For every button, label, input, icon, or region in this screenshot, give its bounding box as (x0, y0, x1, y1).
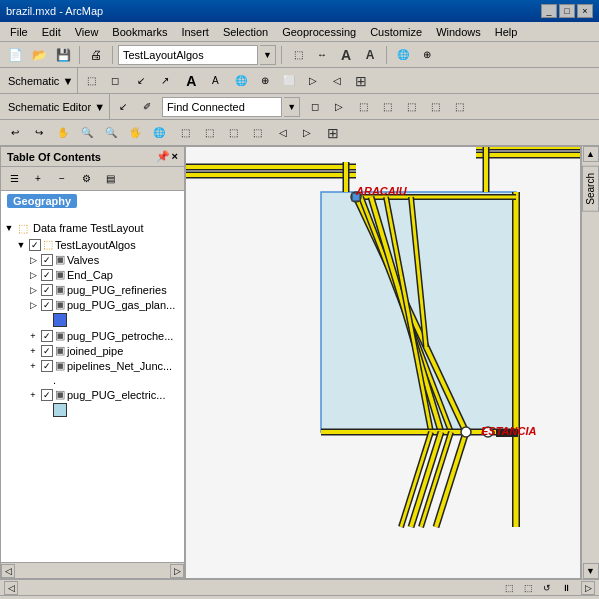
map-scroll-left[interactable]: ◁ (4, 581, 18, 595)
edit-btn9[interactable]: ⬚ (448, 97, 470, 117)
layer2-expander[interactable]: ▷ (27, 269, 39, 281)
sch-btn4[interactable]: ↗ (154, 71, 176, 91)
layer5-expander[interactable]: + (27, 330, 39, 342)
layer0-expander[interactable]: ▼ (15, 239, 27, 251)
sch-btn2[interactable]: ◻ (104, 71, 126, 91)
edit-btn4[interactable]: ▷ (328, 97, 350, 117)
layer6-expander[interactable]: + (27, 345, 39, 357)
close-button[interactable]: × (577, 4, 593, 18)
toc-scroll-right[interactable]: ▷ (170, 564, 184, 578)
sch-btn3[interactable]: ↙ (130, 71, 152, 91)
sch-btn10[interactable]: ▷ (302, 71, 324, 91)
layer-electric[interactable]: + ✓ ▣ pug_PUG_electric... (1, 387, 184, 402)
layer0-checkbox[interactable]: ✓ (29, 239, 41, 251)
nav-btn3[interactable]: ✋ (52, 123, 74, 143)
nav-btn5[interactable]: 🔍 (100, 123, 122, 143)
layer-joinedpipe[interactable]: + ✓ ▣ joined_pipe (1, 343, 184, 358)
search-tab[interactable]: Search (582, 166, 599, 212)
sch-btn12[interactable]: ⊞ (350, 71, 372, 91)
bottom-icon2[interactable]: ⬚ (520, 581, 536, 595)
nav-btn12[interactable]: ◁ (272, 123, 294, 143)
find-connected-dropdown[interactable]: Find Connected (162, 97, 282, 117)
nav-btn10[interactable]: ⬚ (222, 123, 244, 143)
toc-remove-btn[interactable]: − (51, 169, 73, 189)
layer7-checkbox[interactable]: ✓ (41, 360, 53, 372)
menu-customize[interactable]: Customize (364, 24, 428, 40)
edit-btn2[interactable]: ✐ (136, 97, 158, 117)
toc-list-btn[interactable]: ☰ (3, 169, 25, 189)
toc-dataframe[interactable]: ▼ ⬚ Data frame TestLayout (1, 219, 184, 237)
toc-props-btn[interactable]: ⚙ (75, 169, 97, 189)
bottom-icon3[interactable]: ↺ (539, 581, 555, 595)
layer9-expander[interactable]: + (27, 389, 39, 401)
toc-close-icon[interactable]: × (172, 150, 178, 163)
tb-btn1[interactable]: ⬚ (287, 45, 309, 65)
nav-btn11[interactable]: ⬚ (246, 123, 268, 143)
toc-pin-icon[interactable]: 📌 (156, 150, 170, 163)
nav-btn6[interactable]: 🖐 (124, 123, 146, 143)
layer5-checkbox[interactable]: ✓ (41, 330, 53, 342)
minimize-button[interactable]: _ (541, 4, 557, 18)
scroll-down-button[interactable]: ▼ (583, 563, 599, 579)
nav-btn2[interactable]: ↪ (28, 123, 50, 143)
menu-insert[interactable]: Insert (175, 24, 215, 40)
bottom-icon1[interactable]: ⬚ (501, 581, 517, 595)
tb-btn5[interactable]: 🌐 (392, 45, 414, 65)
window-controls[interactable]: _ □ × (541, 4, 593, 18)
toc-geography[interactable]: Geography (1, 191, 184, 211)
layer-valves[interactable]: ▷ ✓ ▣ Valves (1, 252, 184, 267)
schematic-editor-dropdown[interactable]: Schematic Editor ▼ (4, 94, 110, 119)
tb-btn4[interactable]: A (359, 45, 381, 65)
layer4-expander[interactable]: ▷ (27, 299, 39, 311)
find-connected-arrow[interactable]: ▼ (284, 97, 300, 117)
layer7-expander[interactable]: + (27, 360, 39, 372)
nav-btn9[interactable]: ⬚ (198, 123, 220, 143)
layer6-checkbox[interactable]: ✓ (41, 345, 53, 357)
menu-geoprocessing[interactable]: Geoprocessing (276, 24, 362, 40)
sch-btn5[interactable]: A (180, 71, 202, 91)
menu-bookmarks[interactable]: Bookmarks (106, 24, 173, 40)
sch-btn7[interactable]: 🌐 (230, 71, 252, 91)
layer-testlayoutalgos[interactable]: ▼ ✓ ⬚ TestLayoutAlgos (1, 237, 184, 252)
nav-btn7[interactable]: 🌐 (148, 123, 170, 143)
layer-gasplan[interactable]: ▷ ✓ ▣ pug_PUG_gas_plan... (1, 297, 184, 312)
layer4-checkbox[interactable]: ✓ (41, 299, 53, 311)
layer9-checkbox[interactable]: ✓ (41, 389, 53, 401)
menu-file[interactable]: File (4, 24, 34, 40)
toc-options-btn[interactable]: ▤ (99, 169, 121, 189)
tb-btn3[interactable]: A (335, 45, 357, 65)
layer2-checkbox[interactable]: ✓ (41, 269, 53, 281)
layer3-expander[interactable]: ▷ (27, 284, 39, 296)
edit-btn5[interactable]: ⬚ (352, 97, 374, 117)
toc-content[interactable]: Geography ▼ ⬚ Data frame TestLayout ▼ ✓ … (1, 191, 184, 562)
edit-btn3[interactable]: ◻ (304, 97, 326, 117)
layer3-checkbox[interactable]: ✓ (41, 284, 53, 296)
tb-btn6[interactable]: ⊕ (416, 45, 438, 65)
scroll-up-button[interactable]: ▲ (583, 146, 599, 162)
save-button[interactable]: 💾 (52, 45, 74, 65)
sch-btn8[interactable]: ⊕ (254, 71, 276, 91)
menu-windows[interactable]: Windows (430, 24, 487, 40)
print-button[interactable]: 🖨 (85, 45, 107, 65)
toc-scroll-left[interactable]: ◁ (1, 564, 15, 578)
menu-help[interactable]: Help (489, 24, 524, 40)
sch-btn6[interactable]: A (204, 71, 226, 91)
nav-btn1[interactable]: ↩ (4, 123, 26, 143)
layout-dropdown-arrow[interactable]: ▼ (260, 45, 276, 65)
edit-btn7[interactable]: ⬚ (400, 97, 422, 117)
new-button[interactable]: 📄 (4, 45, 26, 65)
sch-btn9[interactable]: ⬜ (278, 71, 300, 91)
layer-endcap[interactable]: ▷ ✓ ▣ End_Cap (1, 267, 184, 282)
toc-add-btn[interactable]: + (27, 169, 49, 189)
layer1-checkbox[interactable]: ✓ (41, 254, 53, 266)
menu-view[interactable]: View (69, 24, 105, 40)
open-button[interactable]: 📂 (28, 45, 50, 65)
menu-edit[interactable]: Edit (36, 24, 67, 40)
map-area[interactable]: ARACAIU ESTANCIA (185, 146, 581, 579)
menu-selection[interactable]: Selection (217, 24, 274, 40)
maximize-button[interactable]: □ (559, 4, 575, 18)
layout-dropdown[interactable]: TestLayoutAlgos (118, 45, 258, 65)
sch-btn11[interactable]: ◁ (326, 71, 348, 91)
nav-btn8[interactable]: ⬚ (174, 123, 196, 143)
edit-btn8[interactable]: ⬚ (424, 97, 446, 117)
